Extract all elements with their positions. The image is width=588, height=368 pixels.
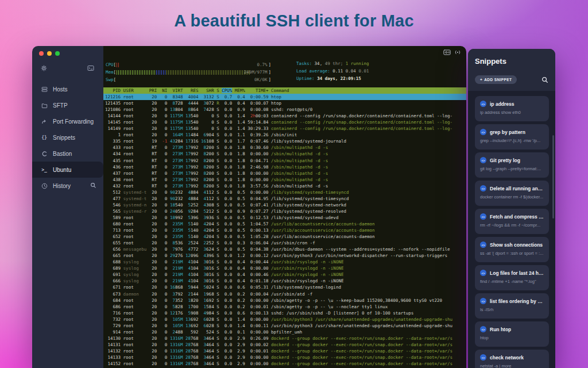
process-row[interactable]: 565 systemd-r 20 0 24056 9284 5212 S 0.0… [103,208,466,214]
snippet-title: Delete all running and s... [490,186,544,191]
process-row[interactable]: 684 root 20 0 7352 1820 1692 S 0.0 0.2 0… [103,297,466,304]
new-terminal-icon[interactable] [87,63,94,74]
snippet-card[interactable]: <>ip addressip address show eth0 [475,96,549,121]
snippet-command: grep --include=\*.{c,h} -rnw '/p... [480,138,544,143]
process-row[interactable]: 914 root 20 0 2488 592 524 S 0.0 0.1 0:0… [103,329,466,335]
process-row[interactable]: 666 syslog 20 0 219M 4104 3016 S 0.0 0.4… [103,278,466,284]
process-row[interactable]: 435 root RT 0 273M 17992 8200 S 0.0 1.8 … [103,158,466,164]
process-row[interactable]: 433 root RT 0 273M 17992 8200 S 0.0 1.8 … [103,144,466,151]
settings-gear-icon[interactable] [41,63,47,74]
process-row[interactable]: 589 root 20 0 18992 5396 3936 S 0.0 0.5 … [103,214,466,221]
process-row[interactable]: 14152 root 20 0 1316M 28768 3464 S 0.0 2… [103,361,466,367]
minimize-button[interactable] [47,51,52,56]
window-controls [32,46,103,56]
snippet-title: grep by pattern [490,129,525,135]
sidebar-item-history[interactable]: History [32,178,103,194]
process-row[interactable]: 656 messagebu 20 0 7976 4772 3624 S 0.0 … [103,246,466,252]
snippet-card[interactable]: <>Run htophtop [475,321,549,347]
process-row[interactable]: 689 syslog 20 0 219M 4104 3016 S 0.0 0.4… [103,265,466,271]
process-row[interactable]: 655 root 20 0 8536 2524 2252 S 0.0 0.3 0… [103,240,466,246]
process-row[interactable]: 14132 root 20 0 1316M 28768 3464 S 0.0 2… [103,348,466,354]
process-row[interactable]: 436 root RT 0 273M 17992 8200 S 0.0 1.8 … [103,164,466,170]
add-snippet-button[interactable]: + ADD SNIPPET [475,75,517,84]
snippet-command: docker container rm -f $(docker... [480,194,544,200]
process-row[interactable]: 512 systemd-t 20 0 90232 4884 4112 S 0.0… [103,189,466,195]
snippet-card[interactable]: <>Delete all running and s...docker cont… [475,181,549,206]
snippet-icon: <> [480,213,486,220]
process-row[interactable]: 713 root 20 0 235M 5140 4204 S 0.0 0.5 0… [103,227,466,233]
snippet-command: git log --graph --pretty=format:... [480,166,544,171]
process-row[interactable]: 691 syslog 20 0 219M 4104 3016 S 0.0 0.4… [103,271,466,278]
ssh-client-window: HostsSFTPPort Forwarding{}SnippetsBastio… [32,46,466,368]
htop-header: CPU[0.7%]Mem[249M/977M]Swp[0K/0K] Tasks:… [103,46,466,83]
process-row[interactable]: 686 root 20 0 5828 1700 1584 S 0.0 0.2 0… [103,304,466,310]
process-table-header[interactable]: PID USER PRI NI VIRT RES SHR S CPU% MEM%… [103,87,466,94]
snippets-actions: + ADD SNIPPET [475,75,548,84]
snippet-card[interactable]: <>Git pretty loggit log --graph --pretty… [475,152,549,178]
process-row[interactable]: 671 root 20 0 16868 5944 5024 S 0.0 0.6 … [103,284,466,290]
process-row[interactable]: 14130 root 20 0 1316M 28768 3464 S 0.0 2… [103,335,466,342]
process-row[interactable]: 14131 root 20 0 1316M 28768 3464 S 0.0 2… [103,342,466,348]
process-row[interactable]: 688 syslog 20 0 219M 4104 3016 S 0.0 0.4… [103,259,466,265]
process-row[interactable]: 729 root 20 0 105M 13692 6028 S 0.0 1.4 … [103,323,466,329]
process-row[interactable]: 121216 root 20 0 8348 4004 3132 S 0.7 0.… [103,94,466,100]
process-row[interactable]: 1 root 20 0 164M 11484 6904 S 0.0 1.1 0:… [103,132,466,138]
snippet-command: htop [480,335,544,340]
sidebar-item-label: Port Forwarding [53,118,94,125]
snippet-card[interactable]: <>grep by patterngrep --include=\*.{c,h}… [475,124,549,150]
htop-meters: CPU[0.7%]Mem[249M/977M]Swp[0K/0K] [106,61,271,83]
process-row[interactable]: 121435 root 20 0 8728 4444 3072 R 0.0 0.… [103,100,466,106]
snippet-card[interactable]: <>check networknetstat -a | more [475,350,549,368]
process-row[interactable]: 716 root 20 0 12176 5908 4984 S 0.0 0.6 … [103,310,466,316]
snippet-card[interactable]: <>list files ordering by sizels -lSrh [475,293,549,319]
process-row[interactable]: 680 root 20 0 235M 5140 4204 S 0.0 0.5 1… [103,221,466,227]
sidebar-item-ubuntu[interactable]: >_Ubuntu [32,162,103,178]
process-row[interactable]: 14144 root 20 0 1175M 13540 0 S 0.0 1.4 … [103,113,466,119]
process-row[interactable]: 432 root RT 0 273M 17992 8200 S 0.0 1.8 … [103,183,466,189]
snippets-scrollbar[interactable] [552,135,554,218]
snippet-icon: <> [480,101,486,107]
snippet-card[interactable]: <>Fetch and compress logsrm -rf ~/logs &… [475,209,549,234]
process-row[interactable]: 652 root 20 0 235M 5140 4204 S 0.0 0.5 1… [103,233,466,240]
process-row[interactable]: 121086 root 20 0 13804 8864 7428 S 0.0 0… [103,106,466,113]
close-button[interactable] [39,51,44,56]
process-row[interactable]: 335 root 19 -1 43284 17316 16108 S 0.0 1… [103,138,466,144]
process-row[interactable]: 14145 root 20 0 1175M 13540 0 S 0.0 1.4 … [103,119,466,125]
snippet-title: list files ordering by size [490,298,544,304]
process-row[interactable]: 673 daemon 20 0 3792 2144 1968 S 0.0 0.2… [103,291,466,297]
process-row[interactable]: 477 systemd-t 20 0 90232 4884 4112 S 0.0… [103,195,466,202]
snippet-icon: <> [480,185,486,191]
sidebar-item-port-forwarding[interactable]: Port Forwarding [32,113,103,129]
sidebar-item-label: SFTP [53,102,68,109]
snippet-command: find / -mtime +1 -name "*.log" [480,279,544,284]
cpu-meter: CPU[0.7%] [106,61,271,68]
snippet-icon: <> [480,354,486,361]
snippet-command: rm -rf ~/logs && rm -f ~/compr... [480,223,544,228]
input-mode-icon[interactable] [443,49,451,56]
summary-line: Tasks: 34, 49 thr; 1 running [296,61,369,68]
history-search-icon[interactable] [90,182,96,190]
process-row[interactable]: 437 root RT 0 273M 17992 8200 S 0.0 1.8 … [103,170,466,177]
snippet-card[interactable]: <>Log files for last 24 hoursfind / -mti… [475,265,549,290]
snippet-title: Fetch and compress logs [490,214,544,220]
snippet-icon: <> [480,241,486,248]
zoom-button[interactable] [55,51,60,56]
snippet-card[interactable]: <>Show ssh connectionsss -at '( dport = … [475,237,549,262]
process-row[interactable]: 438 root RT 0 273M 17992 8200 S 0.0 1.8 … [103,177,466,183]
broadcast-icon[interactable] [454,49,461,56]
process-row[interactable]: 546 systemd-n 20 0 18540 5252 4308 S 0.0… [103,202,466,208]
process-row[interactable]: 14133 root 20 0 1316M 28768 3464 S 0.0 2… [103,354,466,361]
terminal[interactable]: CPU[0.7%]Mem[249M/977M]Swp[0K/0K] Tasks:… [103,46,466,368]
process-row[interactable]: 14149 root 20 0 1175M 13540 0 S 0.0 1.4 … [103,125,466,132]
process-row[interactable]: 665 root 20 0 29276 12096 4396 S 0.0 1.2… [103,252,466,259]
snippets-icon: {} [41,135,48,140]
sidebar-item-bastion[interactable]: Bastion [32,145,103,162]
add-snippet-label: ADD SNIPPET [484,78,512,82]
process-row[interactable]: 732 root 20 0 105M 13692 6028 S 0.0 1.4 … [103,316,466,323]
sidebar-item-snippets[interactable]: {}Snippets [32,129,103,145]
snippets-search-icon[interactable] [541,76,548,83]
process-row[interactable]: 434 root RT 0 273M 17992 8200 S 0.0 1.8 … [103,151,466,157]
sidebar-item-hosts[interactable]: Hosts [32,81,103,97]
sidebar-item-sftp[interactable]: SFTP [32,97,103,113]
snippet-icon: <> [480,270,486,276]
